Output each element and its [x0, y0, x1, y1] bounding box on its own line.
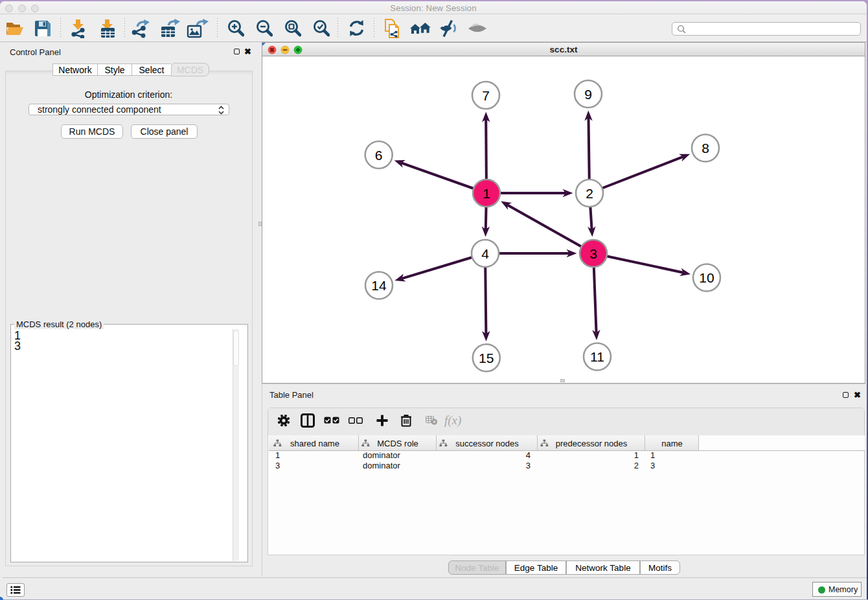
svg-text:11: 11: [590, 349, 604, 364]
svg-text:1: 1: [483, 186, 490, 201]
svg-text:15: 15: [479, 351, 494, 365]
svg-text:4: 4: [481, 246, 489, 261]
svg-text:7: 7: [482, 88, 490, 103]
svg-text:6: 6: [375, 148, 383, 163]
svg-text:8: 8: [702, 141, 709, 156]
svg-text:9: 9: [584, 87, 592, 102]
svg-text:10: 10: [699, 270, 714, 285]
svg-text:14: 14: [371, 278, 387, 293]
svg-text:3: 3: [589, 246, 597, 261]
svg-text:2: 2: [586, 186, 593, 201]
